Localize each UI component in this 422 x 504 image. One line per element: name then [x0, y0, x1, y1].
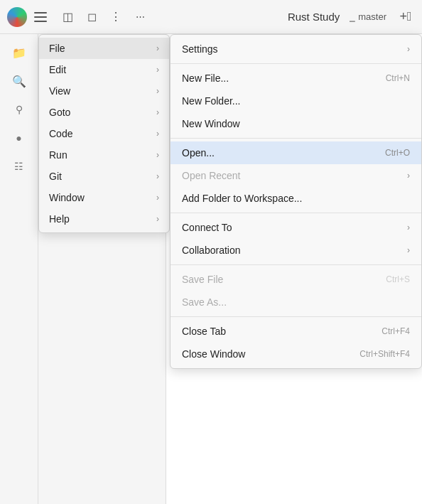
- submenu-label: Close Tab: [182, 326, 226, 337]
- arrow-icon: ›: [156, 193, 159, 203]
- sidebar-item-debug[interactable]: ●: [6, 125, 32, 151]
- submenu-item-new-folder[interactable]: New Folder...: [171, 90, 421, 112]
- submenu-label: Add Folder to Workspace...: [182, 193, 302, 204]
- branch-icon: ⎯: [350, 11, 355, 22]
- sidebar-toggle-icon[interactable]: ◫: [58, 8, 77, 26]
- submenu-item-open[interactable]: Open... Ctrl+O: [171, 141, 421, 164]
- submenu-item-open-recent[interactable]: Open Recent ›: [171, 164, 421, 187]
- sidebar-item-extensions[interactable]: ☷: [6, 154, 32, 179]
- submenu-label: Save File: [182, 274, 223, 285]
- menu-item-label: Edit: [49, 64, 66, 75]
- arrow-icon: ›: [407, 222, 410, 232]
- hamburger-line-2: [34, 16, 47, 18]
- submenu-item-settings[interactable]: Settings ›: [171, 38, 421, 60]
- arrow-icon: ›: [156, 107, 159, 117]
- menu-item-goto[interactable]: Goto ›: [39, 102, 169, 123]
- submenu-item-new-file[interactable]: New File... Ctrl+N: [171, 67, 421, 90]
- menu-separator: [171, 264, 421, 265]
- arrow-icon: ›: [156, 43, 159, 53]
- submenu-item-connect-to[interactable]: Connect To ›: [171, 216, 421, 239]
- primary-menu[interactable]: File › Edit › View › Goto › Code › Run ›…: [38, 34, 170, 233]
- menu-item-label: Help: [49, 213, 70, 225]
- panel-toggle-icon[interactable]: ◻: [82, 8, 101, 26]
- shortcut-label: Ctrl+S: [386, 274, 410, 284]
- activity-bar: 📁 🔍 ⚲ ● ☷: [0, 34, 38, 504]
- submenu-item-close-tab[interactable]: Close Tab Ctrl+F4: [171, 320, 421, 343]
- submenu-label: New File...: [182, 73, 229, 84]
- grid-icon[interactable]: ⋯: [131, 8, 149, 26]
- menu-item-run[interactable]: Run ›: [39, 144, 169, 166]
- menu-item-code[interactable]: Code ›: [39, 123, 169, 144]
- menu-item-help[interactable]: Help ›: [39, 208, 169, 230]
- arrow-icon: ›: [156, 129, 159, 139]
- shortcut-label: Ctrl+Shift+F4: [359, 349, 410, 359]
- menu-item-label: Goto: [49, 107, 70, 118]
- arrow-icon: ›: [407, 245, 410, 255]
- submenu-label: Settings: [182, 43, 218, 55]
- submenu-item-close-window[interactable]: Close Window Ctrl+Shift+F4: [171, 343, 421, 365]
- submenu-item-collaboration[interactable]: Collaboration ›: [171, 239, 421, 262]
- submenu-label: Save As...: [182, 296, 227, 308]
- hamburger-line-1: [34, 12, 47, 14]
- branch-selector[interactable]: ⎯ master: [345, 9, 391, 24]
- arrow-icon: ›: [407, 44, 410, 54]
- user-button[interactable]: +⃝: [396, 8, 415, 26]
- submenu-label: Close Window: [182, 348, 245, 360]
- menu-item-view[interactable]: View ›: [39, 80, 169, 102]
- submenu-label: New Folder...: [182, 95, 240, 107]
- menu-item-label: File: [49, 43, 65, 54]
- menu-item-label: Window: [49, 192, 85, 203]
- layout-icon[interactable]: ⋮: [107, 8, 125, 26]
- submenu-label: Connect To: [182, 222, 232, 233]
- submenu-label: Open...: [182, 147, 215, 159]
- menu-item-label: Code: [49, 128, 72, 139]
- menu-separator: [171, 316, 421, 317]
- branch-name: master: [358, 11, 386, 22]
- arrow-icon: ›: [156, 86, 159, 96]
- app-logo[interactable]: [7, 7, 27, 27]
- menu-item-label: Run: [49, 149, 67, 161]
- arrow-icon: ›: [156, 65, 159, 75]
- menu-item-git[interactable]: Git ›: [39, 166, 169, 187]
- menu-item-edit[interactable]: Edit ›: [39, 59, 169, 80]
- menu-separator: [171, 138, 421, 139]
- menu-item-label: Git: [49, 171, 62, 182]
- shortcut-label: Ctrl+N: [386, 73, 410, 83]
- submenu-item-add-folder[interactable]: Add Folder to Workspace...: [171, 187, 421, 210]
- file-submenu[interactable]: Settings › New File... Ctrl+N New Folder…: [170, 34, 422, 369]
- arrow-icon: ›: [407, 171, 410, 181]
- submenu-label: Collaboration: [182, 245, 241, 256]
- menu-item-file[interactable]: File ›: [39, 38, 169, 59]
- sidebar-item-git[interactable]: ⚲: [6, 97, 32, 122]
- submenu-label: New Window: [182, 118, 240, 129]
- arrow-icon: ›: [156, 171, 159, 181]
- shortcut-label: Ctrl+O: [385, 148, 410, 158]
- menu-separator: [171, 63, 421, 64]
- submenu-label: Open Recent: [182, 170, 241, 181]
- shortcut-label: Ctrl+F4: [382, 326, 410, 336]
- hamburger-button[interactable]: [33, 9, 50, 26]
- menu-item-window[interactable]: Window ›: [39, 187, 169, 208]
- hamburger-line-3: [34, 21, 47, 22]
- submenu-item-new-window[interactable]: New Window: [171, 112, 421, 135]
- arrow-icon: ›: [156, 214, 159, 224]
- menu-separator: [171, 213, 421, 213]
- project-title: Rust Study: [288, 11, 340, 23]
- sidebar-item-explorer[interactable]: 📁: [6, 40, 32, 65]
- titlebar: ◫ ◻ ⋮ ⋯ Rust Study ⎯ master +⃝: [0, 0, 422, 34]
- submenu-item-save-as[interactable]: Save As...: [171, 291, 421, 313]
- sidebar-item-search[interactable]: 🔍: [6, 68, 32, 94]
- arrow-icon: ›: [156, 150, 159, 160]
- menu-item-label: View: [49, 85, 70, 97]
- submenu-item-save-file[interactable]: Save File Ctrl+S: [171, 268, 421, 291]
